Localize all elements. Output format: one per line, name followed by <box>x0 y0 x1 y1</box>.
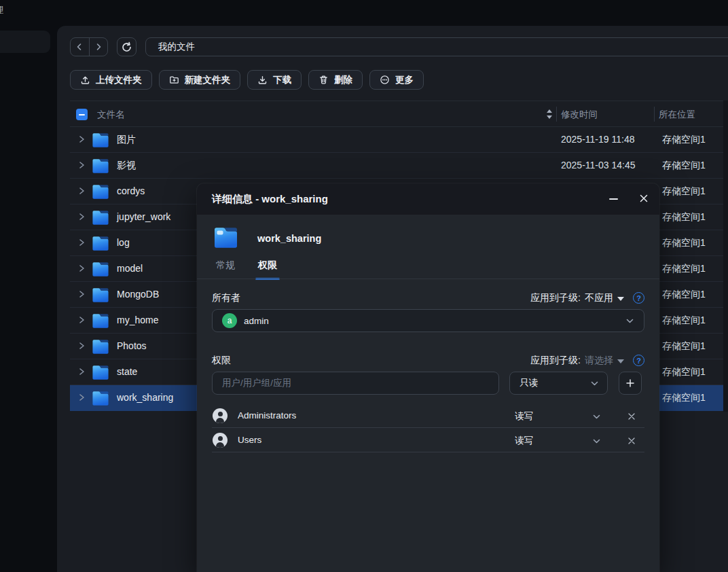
row-expand-chevron[interactable] <box>78 264 85 272</box>
folder-icon <box>92 287 109 305</box>
file-name: log <box>117 237 130 248</box>
table-header: 文件名 修改时间 所在位置 <box>70 101 723 127</box>
owner-apply-to-children[interactable]: 应用到子级: 不应用 <box>530 292 624 304</box>
tab-permission[interactable]: 权限 <box>258 260 277 280</box>
user-avatar-icon <box>213 408 228 423</box>
folder-icon <box>92 338 109 357</box>
permission-section-header: 权限 应用到子级: 请选择 ? <box>212 355 644 368</box>
file-location: 存储空间1 <box>662 185 706 198</box>
row-expand-chevron[interactable] <box>78 187 85 195</box>
apply-label: 应用到子级: <box>530 292 581 304</box>
select-all-checkbox[interactable] <box>76 109 88 120</box>
download-label: 下载 <box>273 74 291 86</box>
more-label: 更多 <box>395 74 414 86</box>
permission-level-select[interactable]: 只读 <box>509 372 608 395</box>
owner-select[interactable]: a admin <box>212 309 644 332</box>
entry-level: 读写 <box>515 435 533 447</box>
permission-entry-row[interactable]: Administrators 读写 <box>212 404 644 428</box>
folder-icon <box>92 261 109 279</box>
file-name: Photos <box>117 340 147 351</box>
dropdown-triangle-icon <box>617 297 624 301</box>
file-location: 存储空间1 <box>662 392 706 404</box>
delete-button[interactable]: 删除 <box>308 70 363 90</box>
entry-level-chevron-icon[interactable] <box>592 412 601 424</box>
chevron-down-icon <box>590 379 599 388</box>
scrollbar-gutter <box>723 101 728 412</box>
row-expand-chevron[interactable] <box>78 316 85 324</box>
folder-icon <box>92 158 109 176</box>
new-folder-button[interactable]: 新建文件夹 <box>159 70 241 90</box>
dialog-title: 详细信息 - work_sharing <box>212 193 328 206</box>
folder-icon <box>92 390 109 408</box>
file-name: 图片 <box>117 134 136 146</box>
entry-remove-icon[interactable] <box>627 435 636 448</box>
file-location: 存储空间1 <box>662 315 706 327</box>
row-expand-chevron[interactable] <box>78 368 85 376</box>
entry-remove-icon[interactable] <box>627 411 636 423</box>
row-expand-chevron[interactable] <box>78 213 85 221</box>
file-modified: 2025-11-19 11:48 <box>561 134 634 145</box>
owner-help-icon[interactable]: ? <box>633 292 644 304</box>
permission-label: 权限 <box>212 355 231 367</box>
permission-entry-row[interactable]: Users 读写 <box>212 428 644 452</box>
close-icon[interactable] <box>637 192 651 205</box>
apply-value: 不应用 <box>585 292 613 304</box>
row-expand-chevron[interactable] <box>78 290 85 298</box>
column-file-name[interactable]: 文件名 <box>97 109 125 121</box>
details-dialog: 详细信息 - work_sharing work_sharing 常规 权限 所… <box>197 183 659 572</box>
folder-icon <box>92 132 109 150</box>
file-name: model <box>117 263 143 274</box>
minimize-icon[interactable] <box>606 192 620 206</box>
level-value: 只读 <box>520 377 538 389</box>
file-location: 存储空间1 <box>662 263 706 275</box>
action-toolbar: 上传文件夹 新建文件夹 下载 删除 更多 <box>70 70 424 90</box>
file-name: cordys <box>117 185 145 196</box>
permission-entries: Administrators 读写 Users 读写 <box>212 404 644 452</box>
delete-label: 删除 <box>334 74 352 86</box>
owner-section-header: 所有者 应用到子级: 不应用 ? <box>212 292 644 306</box>
file-location: 存储空间1 <box>662 160 706 172</box>
download-button[interactable]: 下载 <box>247 70 302 90</box>
more-button[interactable]: 更多 <box>369 70 424 90</box>
upload-folder-label: 上传文件夹 <box>96 74 142 86</box>
table-row[interactable]: 图片 2025-11-19 11:48 存储空间1 <box>70 127 723 153</box>
back-button[interactable] <box>71 38 90 56</box>
entry-level-chevron-icon[interactable] <box>592 436 601 448</box>
file-name: MongoDB <box>117 289 159 300</box>
permission-help-icon[interactable]: ? <box>633 355 644 366</box>
upload-folder-button[interactable]: 上传文件夹 <box>70 70 152 90</box>
file-location: 存储空间1 <box>662 134 706 146</box>
apply-value: 请选择 <box>585 355 613 367</box>
file-name: my_home <box>117 315 158 325</box>
row-expand-chevron[interactable] <box>78 135 85 143</box>
entry-name: Users <box>238 435 261 445</box>
dialog-tabs: 常规 权限 <box>216 260 277 280</box>
folder-icon-large <box>213 226 238 251</box>
new-folder-label: 新建文件夹 <box>185 74 231 86</box>
row-expand-chevron[interactable] <box>78 161 85 169</box>
column-location[interactable]: 所在位置 <box>659 109 695 121</box>
breadcrumb[interactable]: 我的文件 <box>145 37 728 56</box>
column-modified[interactable]: 修改时间 <box>561 109 598 121</box>
row-expand-chevron[interactable] <box>78 238 85 247</box>
history-buttons <box>70 37 108 56</box>
sort-icon[interactable] <box>546 108 553 120</box>
dialog-titlebar: 详细信息 - work_sharing <box>197 183 659 215</box>
corner-text-fragment: 理 <box>0 4 3 16</box>
user-search-input[interactable]: 用户/用户组/应用 <box>212 372 499 395</box>
user-avatar-icon <box>213 433 228 448</box>
row-expand-chevron[interactable] <box>78 342 85 350</box>
permission-apply-to-children[interactable]: 应用到子级: 请选择 <box>530 355 624 367</box>
file-name: state <box>117 366 137 377</box>
folder-icon <box>92 183 109 202</box>
add-permission-button[interactable] <box>619 372 642 395</box>
table-row[interactable]: 影视 2025-11-03 14:45 存储空间1 <box>70 153 723 179</box>
sidebar-item-partial[interactable] <box>0 31 50 53</box>
folder-icon <box>92 235 109 253</box>
refresh-button[interactable] <box>117 37 136 56</box>
row-expand-chevron[interactable] <box>78 393 85 401</box>
dialog-file-name: work_sharing <box>257 233 321 244</box>
breadcrumb-label: 我的文件 <box>158 41 195 53</box>
forward-button[interactable] <box>90 38 108 56</box>
tab-general[interactable]: 常规 <box>216 260 235 280</box>
